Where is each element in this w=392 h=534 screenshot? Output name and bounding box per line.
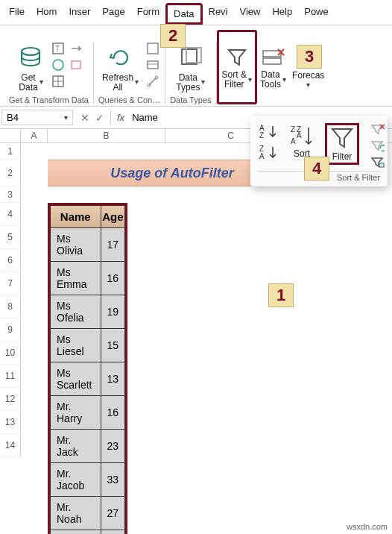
menu-review[interactable]: Revi (203, 3, 234, 25)
col-header-a[interactable]: A (21, 129, 48, 142)
sort-filter-label: Sort & Filter (222, 70, 247, 89)
data-types-label: Data Types (176, 73, 200, 92)
data-types-icon (177, 45, 204, 72)
chevron-down-icon: ▾ (248, 75, 252, 84)
menu-power[interactable]: Powe (298, 3, 335, 25)
sort-dialog-icon: ZAAZ (289, 123, 314, 148)
from-table-icon[interactable] (51, 75, 65, 88)
svg-rect-9 (148, 61, 158, 69)
reapply-icon[interactable] (370, 139, 385, 151)
group-label-get-transform: Get & Transform Data (9, 95, 89, 104)
col-name[interactable]: Name (51, 206, 101, 228)
data-tools-label: Data Tools (260, 70, 281, 89)
sort-desc-icon[interactable]: ZA (258, 144, 279, 160)
svg-text:Z: Z (259, 131, 264, 139)
menu-help[interactable]: Help (266, 3, 298, 25)
edit-links-icon[interactable] (146, 75, 159, 88)
sort-asc-icon[interactable]: AZ (258, 123, 279, 139)
refresh-all-button[interactable]: Refresh All▾ (99, 42, 142, 94)
row-header[interactable]: 10 (0, 342, 21, 365)
table-row: Mr. Noah27 (51, 497, 125, 530)
row-header[interactable]: 13 (0, 411, 21, 434)
sort-az-buttons: AZ ZA (258, 123, 279, 160)
row-header[interactable]: 7 (0, 272, 21, 295)
from-text-icon[interactable]: T (51, 42, 65, 55)
svg-text:T: T (55, 45, 60, 53)
sort-filter-button[interactable]: Sort & Filter▾ (217, 30, 257, 104)
row-header[interactable]: 11 (0, 365, 21, 388)
menu-home[interactable]: Hom (31, 3, 63, 25)
row-headers: 1 2 3 4 5 6 7 8 9 10 11 12 13 14 (0, 143, 21, 457)
name-box-value: B4 (7, 112, 19, 123)
table-header-row: Name Age (51, 206, 125, 228)
row-header[interactable]: 6 (0, 249, 21, 272)
callout-1: 1 (268, 283, 294, 307)
ribbon-group-data-types: Data Types▾ Data Types (165, 42, 216, 104)
select-all-corner[interactable] (0, 129, 21, 142)
row-header[interactable]: 3 (0, 186, 21, 203)
ribbon: Get Data▾ T Get & Transform Data Refresh… (0, 25, 392, 107)
chevron-down-icon: ▾ (306, 81, 310, 89)
row-header[interactable]: 1 (0, 143, 21, 160)
svg-rect-16 (263, 58, 281, 64)
enter-icon[interactable]: ✓ (95, 112, 104, 124)
table-row: Mr. Jacob33 (51, 463, 125, 497)
get-transform-small-buttons: T (51, 42, 65, 88)
get-transform-small-buttons-2 (69, 42, 83, 72)
sort-button[interactable]: ZAAZ Sort (289, 123, 314, 159)
watermark: wsxdn.com (347, 522, 388, 531)
refresh-icon (107, 45, 134, 72)
row-header[interactable]: 9 (0, 318, 21, 342)
data-table[interactable]: Name Age Ms Olivia17 Ms Emma16 Ms Ofelia… (48, 203, 127, 534)
from-web-icon[interactable] (51, 58, 65, 72)
table-row: Mr. Jack23 (51, 430, 125, 463)
table-row: Ms Scarlett13 (51, 362, 125, 396)
filter-button[interactable]: Filter (325, 123, 359, 165)
row-header[interactable]: 2 (0, 160, 21, 186)
row-header[interactable]: 5 (0, 226, 21, 249)
row-header[interactable]: 12 (0, 388, 21, 411)
data-tools-button[interactable]: Data Tools▾ (257, 30, 289, 104)
svg-rect-15 (263, 51, 281, 57)
database-icon (17, 45, 44, 72)
cancel-icon[interactable]: ✕ (80, 112, 89, 124)
formula-value: Name (132, 112, 158, 123)
table-row: Ms Olivia17 (51, 228, 125, 262)
col-header-b[interactable]: B (48, 129, 165, 142)
callout-3: 3 (297, 45, 322, 69)
formula-buttons: ✕ ✓ (75, 112, 110, 124)
data-types-button[interactable]: Data Types▾ (173, 42, 208, 94)
chevron-down-icon: ▾ (201, 78, 205, 86)
col-age[interactable]: Age (101, 206, 125, 228)
chevron-down-icon: ▾ (64, 113, 68, 122)
table-row: Ms Liesel15 (51, 329, 125, 362)
menu-page-layout[interactable]: Page (96, 3, 130, 25)
menu-view[interactable]: View (234, 3, 267, 25)
queries-icon[interactable] (146, 42, 159, 55)
row-header[interactable]: 14 (0, 434, 21, 457)
name-box[interactable]: B4 ▾ (1, 110, 73, 125)
group-label-data-types: Data Types (170, 95, 211, 104)
row-header[interactable]: 8 (0, 295, 21, 318)
menu-data[interactable]: Data (165, 3, 202, 25)
svg-point-3 (53, 60, 63, 70)
forecast-label: Forecas (292, 71, 324, 81)
properties-icon[interactable] (146, 58, 159, 72)
menu-file[interactable]: File (3, 3, 31, 25)
svg-text:A: A (259, 152, 265, 160)
clear-filter-icon[interactable] (370, 123, 385, 135)
recent-sources-icon[interactable] (69, 42, 83, 55)
get-data-label: Get Data (19, 73, 37, 92)
svg-text:Z: Z (291, 125, 295, 134)
menu-formulas[interactable]: Form (131, 3, 165, 25)
svg-rect-8 (148, 43, 158, 54)
callout-2: 2 (160, 24, 186, 48)
get-data-button[interactable]: Get Data▾ (14, 42, 47, 94)
menu-insert[interactable]: Inser (63, 3, 96, 25)
row-header[interactable]: 4 (0, 203, 21, 226)
group-label-queries: Queries & Con… (98, 95, 160, 104)
ribbon-group-get-transform: Get Data▾ T Get & Transform Data (4, 42, 94, 104)
existing-connections-icon[interactable] (69, 58, 83, 72)
advanced-filter-icon[interactable] (370, 156, 385, 168)
svg-point-0 (22, 48, 39, 55)
